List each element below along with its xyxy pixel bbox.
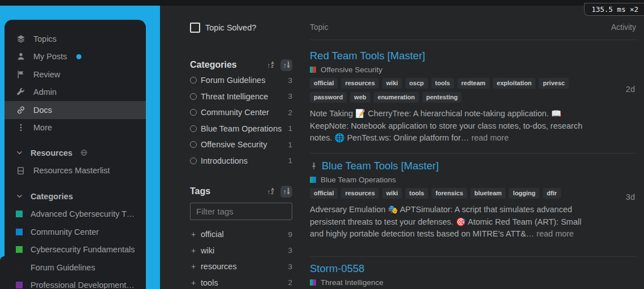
tag-pill[interactable]: oscp (405, 78, 428, 89)
category-filter-count: 1 (288, 141, 292, 149)
sidebar-category-item[interactable]: Advanced Cybersecurity T… (5, 205, 146, 224)
link-icon (16, 106, 25, 115)
sidebar-item-docs[interactable]: Docs (5, 101, 146, 119)
filter-tags-input[interactable] (190, 203, 292, 220)
topic-row: Storm-0558 Threat Intelligence (310, 257, 636, 289)
sidebar-item-label: Forum Guidelines (31, 263, 95, 272)
plus-icon: + (190, 262, 197, 271)
tag-pill[interactable]: logging (509, 188, 539, 199)
sort-alpha-button[interactable]: ↑ AZ (264, 59, 277, 71)
sidebar-item-more[interactable]: More (5, 119, 146, 137)
category-color-square (16, 211, 23, 217)
read-more-link[interactable]: read more (472, 133, 509, 142)
tag-pill[interactable]: redteam (457, 78, 490, 89)
tag-pill[interactable]: web (350, 92, 370, 103)
tag-filter-row[interactable]: + tools 2 (190, 275, 292, 289)
layers-icon (16, 34, 25, 43)
profiler-badge[interactable]: 135.5 ms ×2 (584, 3, 644, 16)
sidebar-item-label: Professional Development… (31, 281, 135, 289)
sort-alpha-icon: ↑ AZ (267, 62, 274, 69)
topic-category[interactable]: Blue Team Operations (310, 176, 594, 184)
category-filter-row[interactable]: Introductions 1 (190, 153, 292, 169)
sidebar-item-review[interactable]: Review (5, 65, 146, 84)
topic-title[interactable]: Red Team Tools [Master] (310, 50, 594, 62)
topic-activity[interactable]: 3d (626, 192, 635, 202)
sidebar-item-topics[interactable]: Topics (5, 30, 146, 48)
topic-excerpt: Adversary Emulation 🎭 APTSimulator: A sc… (310, 204, 591, 240)
tag-filter-row[interactable]: + wiki 3 (190, 243, 292, 259)
sidebar-category-item[interactable]: Forum Guidelines (5, 259, 146, 277)
tags-sort-numeric-button[interactable]: ↑ 19 (280, 186, 292, 198)
category-filter-row[interactable]: Threat Intelligence 3 (190, 89, 292, 105)
user-icon (16, 52, 25, 61)
tag-pill[interactable]: password (310, 92, 347, 103)
category-filter-count: 1 (288, 124, 292, 133)
tag-pill[interactable]: pentesting (422, 92, 462, 103)
topic-row: Red Team Tools [Master] Offensive Securi… (310, 50, 636, 154)
category-color-square (16, 264, 23, 271)
topic-solved-row[interactable]: Topic Solved? (190, 23, 292, 33)
sidebar-item-resources-masterlist[interactable]: Resources Masterlist (5, 162, 146, 180)
book-icon (16, 166, 25, 175)
category-filter-name: Blue Team Operations (201, 124, 284, 133)
tag-pill[interactable]: tools (431, 78, 454, 89)
category-circle-icon (190, 141, 197, 148)
topic-title[interactable]: Blue Team Tools [Master] (310, 160, 594, 172)
topic-title-text: Blue Team Tools [Master] (322, 160, 439, 172)
sidebar-item-label: Advanced Cybersecurity T… (31, 209, 135, 218)
tag-filter-row[interactable]: + resources 3 (190, 259, 292, 275)
topic-activity[interactable]: 2d (626, 85, 635, 94)
sidebar-item-my-posts[interactable]: My Posts (5, 48, 146, 66)
tag-pill[interactable]: resources (341, 188, 379, 199)
category-badge (310, 67, 316, 73)
topic-category[interactable]: Offensive Security (310, 65, 594, 74)
topic-tags: official resources wiki tools forensics … (310, 188, 593, 199)
sidebar-item-label: My Posts (33, 52, 67, 61)
topic-excerpt: Note Taking 📝 CherryTree: A hierarchical… (310, 108, 591, 144)
tag-pill[interactable]: blueteam (470, 188, 505, 199)
tag-filter-count: 2 (288, 278, 292, 287)
tag-pill[interactable]: tools (405, 188, 428, 199)
sidebar-category-item[interactable]: Professional Development… (5, 277, 146, 289)
tag-pill[interactable]: forensics (431, 188, 467, 199)
topic-title[interactable]: Storm-0558 (310, 262, 594, 275)
category-filter-name: Threat Intelligence (201, 92, 284, 101)
tag-filter-row[interactable]: + official 9 (190, 226, 292, 243)
category-filter-row[interactable]: Blue Team Operations 1 (190, 121, 292, 137)
tags-sort-alpha-button[interactable]: ↑ AZ (264, 186, 277, 198)
excerpt-text: Note Taking 📝 CherryTree: A hierarchical… (310, 109, 582, 142)
globe-icon (80, 149, 88, 156)
sidebar-category-item[interactable]: Cybersecurity Fundamentals (5, 241, 146, 259)
tag-pill[interactable]: dfir (543, 188, 561, 199)
sidebar-item-label: Admin (33, 87, 57, 97)
tag-pill[interactable]: enumeration (374, 92, 419, 103)
sidebar-section-categories[interactable]: Categories (5, 187, 146, 205)
plus-icon: + (190, 278, 197, 287)
section-label: Resources (31, 148, 72, 157)
sidebar-category-item[interactable]: Community Center (5, 223, 146, 241)
category-filter-name: Community Center (201, 108, 284, 117)
sidebar-item-admin[interactable]: Admin (5, 84, 146, 102)
tag-pill[interactable]: official (310, 188, 338, 199)
tag-pill[interactable]: privesc (539, 78, 569, 89)
topic-solved-checkbox[interactable] (190, 23, 200, 33)
topic-title-text: Red Team Tools [Master] (310, 50, 425, 62)
tags-filter-header: Tags ↑ AZ ↑ 19 (190, 184, 292, 199)
tag-pill[interactable]: wiki (382, 78, 402, 89)
category-filter-row[interactable]: Offensive Security 1 (190, 137, 292, 153)
topic-category[interactable]: Threat Intelligence (310, 278, 594, 287)
category-filter-row[interactable]: Forum Guidelines 3 (190, 72, 292, 89)
tag-pill[interactable]: exploitation (493, 78, 536, 89)
tag-pill[interactable]: wiki (382, 188, 402, 199)
category-filter-row[interactable]: Community Center 2 (190, 104, 292, 121)
categories-filter-title: Categories (190, 60, 261, 70)
tag-pill[interactable]: official (310, 78, 338, 89)
tag-pill[interactable]: resources (341, 78, 379, 89)
sidebar-section-resources[interactable]: Resources (5, 144, 146, 162)
tag-filter-name: official (201, 230, 284, 239)
read-more-link[interactable]: read more (537, 229, 574, 238)
chevron-down-icon (16, 192, 24, 200)
filter-column: Topic Solved? Categories ↑ AZ ↑ 19 Forum… (190, 0, 292, 289)
sidebar-item-label: Resources Masterlist (33, 166, 110, 175)
sort-numeric-button[interactable]: ↑ 19 (280, 59, 292, 71)
